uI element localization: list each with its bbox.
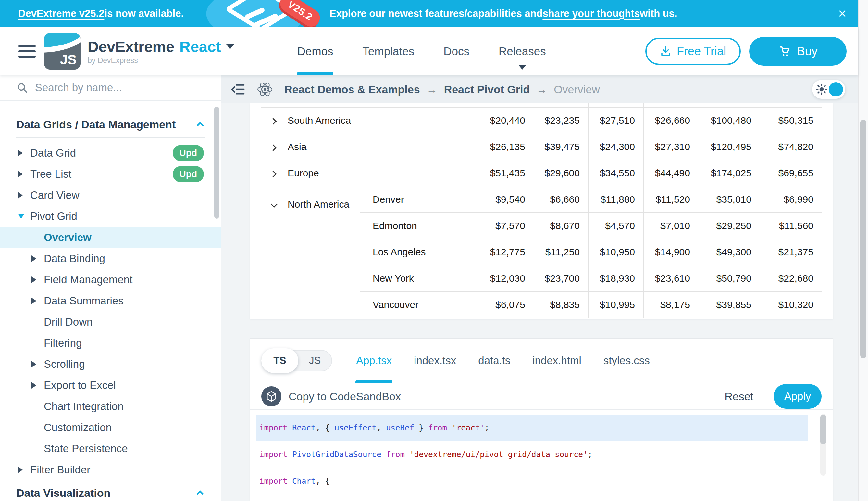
share-your-thoughts-link[interactable]: share your thoughts (542, 8, 640, 20)
sidebar-item-drill-down[interactable]: Drill Down (0, 311, 221, 332)
nav-item-releases[interactable]: Releases (484, 27, 561, 75)
pivot-value-cell: $50,315 (760, 108, 822, 134)
sidebar-item-data-summaries[interactable]: Data Summaries (0, 290, 221, 311)
theme-toggle[interactable] (812, 80, 845, 99)
pivot-row-asia: Asia$26,135$39,475$24,300$27,310$120,495… (261, 134, 822, 160)
pivot-value-cell: $29,600 (534, 160, 589, 186)
tab-styles-css[interactable]: styles.css (592, 338, 661, 383)
pivot-region-cell-north-america[interactable]: North America (261, 186, 360, 320)
free-trial-button[interactable]: Free Trial (645, 38, 741, 65)
pivot-value-cell: $11,880 (589, 186, 644, 213)
code-editor[interactable]: import React, { useEffect, useRef } from… (250, 410, 833, 494)
pivot-value-cell: $69,655 (760, 160, 822, 186)
apply-button[interactable]: Apply (773, 384, 822, 409)
lang-option-js[interactable]: JS (298, 355, 331, 366)
pivot-value-cell: $10,950 (589, 239, 644, 265)
pivot-region-cell-europe[interactable]: Europe (261, 160, 479, 186)
pivot-value-cell: $8,670 (534, 213, 589, 239)
language-toggle[interactable]: TS JS (261, 350, 332, 371)
tab-index-tsx[interactable]: index.tsx (403, 338, 467, 383)
devextreme-logo[interactable]: JS (44, 33, 80, 70)
sidebar-item-filter-builder[interactable]: Filter Builder (0, 459, 221, 480)
search-icon (16, 82, 28, 94)
sidebar-item-chart-integration[interactable]: Chart Integration (0, 396, 221, 417)
buy-button[interactable]: Buy (749, 37, 847, 66)
sidebar-group-data-grids-data-management[interactable]: Data Grids / Data Management (0, 112, 221, 137)
theme-toggle-knob[interactable] (829, 82, 843, 96)
breadcrumb-react-demos-examples[interactable]: React Demos & Examples (284, 83, 420, 96)
sidebar-group-data-visualization[interactable]: Data Visualization (0, 480, 221, 501)
search-input[interactable] (35, 82, 191, 94)
tab-index-html[interactable]: index.html (521, 338, 592, 383)
collapse-chevron-icon[interactable] (271, 199, 288, 210)
sidebar-item-state-persistence[interactable]: State Persistence (0, 438, 221, 459)
code-line-2[interactable]: import PivotGridDataSource from 'devextr… (256, 441, 813, 468)
code-line-3[interactable]: import Chart, { (256, 468, 813, 494)
page-scrollbar-thumb[interactable] (860, 119, 866, 358)
sidebar-item-scrolling[interactable]: Scrolling (0, 353, 221, 375)
breadcrumb-react-pivot-grid[interactable]: React Pivot Grid (444, 83, 530, 96)
nav-item-demos[interactable]: Demos (283, 27, 348, 75)
nav-item-templates[interactable]: Templates (348, 27, 429, 75)
pivot-value-cell: $7,010 (644, 213, 699, 239)
pivot-value-cell: $10,320 (760, 292, 822, 318)
tab-label: index.html (532, 354, 581, 367)
page: DevExtreme v25.2 is now available. V25.2… (0, 0, 868, 501)
sidebar-item-tree-list[interactable]: Tree ListUpd (0, 163, 221, 184)
pivot-row-denver: North AmericaDenver$9,540$6,660$11,880$1… (261, 186, 822, 213)
sidebar-item-overview[interactable]: Overview (0, 227, 221, 248)
expand-chevron-icon[interactable] (271, 168, 288, 179)
banner-close-icon[interactable]: ✕ (831, 0, 854, 27)
banner-version-link[interactable]: DevExtreme v25.2 (18, 8, 104, 20)
sidebar-item-label: Chart Integration (44, 400, 124, 413)
sidebar-item-field-management[interactable]: Field Management (0, 269, 221, 290)
pivot-city-cell-edmonton[interactable]: Edmonton (360, 213, 479, 239)
sidebar-item-card-view[interactable]: Card View (0, 184, 221, 206)
pivot-region-cell-south-america[interactable]: South America (261, 108, 479, 134)
collapse-sidebar-icon[interactable] (229, 80, 248, 98)
codesandbox-icon[interactable] (261, 386, 282, 406)
pivot-region-cell-asia[interactable]: Asia (261, 134, 479, 160)
lang-option-ts[interactable]: TS (261, 348, 298, 373)
pivot-value-cell: $27,310 (644, 134, 699, 160)
sidebar-item-data-binding[interactable]: Data Binding (0, 248, 221, 269)
tab-data-ts[interactable]: data.ts (467, 338, 521, 383)
sidebar-group-title: Data Grids / Data Management (16, 118, 176, 131)
sidebar-item-pivot-grid[interactable]: Pivot Grid (0, 206, 221, 227)
sidebar-item-label: Pivot Grid (30, 210, 77, 223)
sidebar-item-data-grid[interactable]: Data GridUpd (0, 142, 221, 163)
pivot-city-cell-vancouver[interactable]: Vancouver (360, 292, 479, 318)
pivot-grid: South America$20,440$23,235$27,510$26,66… (261, 103, 822, 319)
chevron-right-icon (18, 192, 30, 199)
framework-caret-icon[interactable] (226, 44, 234, 49)
tab-label: styles.css (603, 354, 650, 367)
pivot-clipped-row (261, 103, 822, 108)
pivot-value-cell: $12,030 (479, 265, 534, 292)
nav-item-docs[interactable]: Docs (429, 27, 484, 75)
sidebar-item-filtering[interactable]: Filtering (0, 332, 221, 353)
code-scrollbar-thumb[interactable] (820, 415, 826, 445)
expand-chevron-icon[interactable] (271, 141, 288, 152)
copy-to-codesandbox-label[interactable]: Copy to CodeSandBox (288, 390, 401, 403)
code-scrollbar (820, 414, 826, 476)
sidebar-item-export-to-excel[interactable]: Export to Excel (0, 375, 221, 396)
nav-item-label: Docs (443, 45, 469, 58)
pivot-city-cell-denver[interactable]: Denver (360, 186, 479, 213)
tab-app-tsx[interactable]: App.tsx (345, 338, 403, 383)
code-line-1[interactable]: import React, { useEffect, useRef } from… (256, 415, 808, 441)
pivot-value-cell: $6,075 (479, 292, 534, 318)
sidebar-scrollbar[interactable] (214, 107, 219, 218)
breadcrumb-separator: → (536, 83, 547, 96)
upd-badge: Upd (173, 145, 204, 161)
expand-chevron-icon[interactable] (271, 115, 288, 126)
pivot-city-cell-los-angeles[interactable]: Los Angeles (360, 239, 479, 265)
pivot-value-cell: $8,835 (534, 292, 589, 318)
pivot-city-cell-new-york[interactable]: New York (360, 265, 479, 292)
demo-sidebar: Data Grids / Data ManagementData GridUpd… (0, 75, 221, 501)
sidebar-item-label: Filtering (44, 337, 82, 349)
framework-selector[interactable]: React (179, 38, 221, 55)
sidebar-item-customization[interactable]: Customization (0, 417, 221, 438)
hamburger-menu-icon[interactable] (18, 44, 36, 58)
reset-button[interactable]: Reset (725, 390, 754, 403)
pivot-value-cell: $27,510 (589, 108, 644, 134)
